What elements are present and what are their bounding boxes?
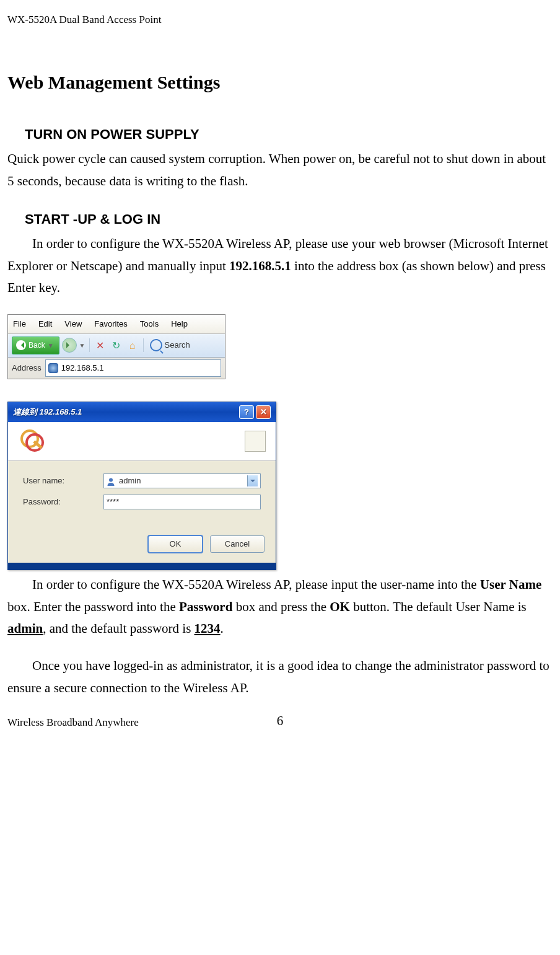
server-icon bbox=[245, 431, 266, 452]
section2-heading: START -UP & LOG IN bbox=[25, 208, 553, 231]
page-header: WX-5520A Dual Band Access Point bbox=[7, 11, 553, 29]
refresh-icon[interactable]: ↻ bbox=[110, 338, 123, 352]
help-button[interactable]: ? bbox=[239, 405, 254, 419]
address-bar: Address 192.168.5.1 bbox=[8, 358, 225, 379]
browser-menubar: File Edit View Favorites Tools Help bbox=[8, 315, 225, 334]
t11: . bbox=[221, 621, 224, 636]
section2-text: In order to configure the WX-5520A Wirel… bbox=[7, 233, 553, 299]
t2: User Name bbox=[480, 577, 541, 592]
t7: button. The default User Name is bbox=[350, 599, 527, 614]
paragraph-admin-note: Once you have logged-in as administrator… bbox=[7, 655, 553, 699]
page-number: 6 bbox=[277, 710, 284, 733]
address-value: 192.168.5.1 bbox=[61, 361, 104, 375]
search-button[interactable]: Search bbox=[147, 337, 193, 353]
menu-tools[interactable]: Tools bbox=[140, 317, 159, 331]
login-dialog: 連線到 192.168.5.1 ? ✕ User name: admin bbox=[7, 402, 276, 570]
password-input[interactable]: **** bbox=[103, 495, 261, 509]
username-value: admin bbox=[119, 474, 141, 488]
menu-edit[interactable]: Edit bbox=[38, 317, 52, 331]
search-label: Search bbox=[165, 338, 190, 352]
browser-screenshot: File Edit View Favorites Tools Help Back… bbox=[7, 314, 225, 379]
t10: 1234 bbox=[195, 621, 221, 636]
t9: , and the default password is bbox=[43, 621, 194, 636]
browser-toolbar: Back ▼ ▼ ✕ ↻ ⌂ Search bbox=[8, 334, 225, 357]
address-label: Address bbox=[12, 361, 42, 375]
cancel-button[interactable]: Cancel bbox=[210, 535, 265, 553]
t1: In order to configure the WX-5520A Wirel… bbox=[32, 577, 480, 592]
paragraph-after-login: In order to configure the WX-5520A Wirel… bbox=[7, 574, 553, 640]
t3: box. Enter the password into the bbox=[7, 599, 179, 614]
section1-text: Quick power cycle can caused system corr… bbox=[7, 148, 553, 192]
forward-button[interactable] bbox=[62, 338, 77, 353]
menu-favorites[interactable]: Favorites bbox=[94, 317, 127, 331]
back-dropdown-icon: ▼ bbox=[48, 340, 54, 351]
t4: Password bbox=[179, 599, 232, 614]
dialog-titlebar: 連線到 192.168.5.1 ? ✕ bbox=[8, 402, 276, 422]
username-input[interactable]: admin bbox=[103, 473, 261, 488]
close-button[interactable]: ✕ bbox=[256, 405, 271, 419]
ie-page-icon bbox=[48, 363, 58, 373]
password-label: Password: bbox=[23, 495, 103, 509]
page-title: Web Management Settings bbox=[7, 66, 553, 98]
section1-heading: TURN ON POWER SUPPLY bbox=[25, 123, 553, 146]
stop-icon[interactable]: ✕ bbox=[94, 338, 107, 352]
search-icon bbox=[150, 339, 162, 351]
back-label: Back bbox=[28, 339, 45, 351]
password-value: **** bbox=[107, 495, 119, 509]
ok-button[interactable]: OK bbox=[148, 535, 203, 553]
menu-help[interactable]: Help bbox=[171, 317, 188, 331]
back-arrow-icon bbox=[16, 340, 26, 350]
menu-file[interactable]: File bbox=[13, 317, 26, 331]
keys-icon bbox=[20, 428, 46, 454]
username-label: User name: bbox=[23, 474, 103, 488]
t8: admin bbox=[7, 621, 43, 636]
dialog-title: 連線到 192.168.5.1 bbox=[13, 405, 82, 419]
dialog-banner bbox=[8, 422, 276, 461]
page-footer: Wireless Broadband Anywhere 6 bbox=[7, 714, 553, 732]
dialog-bottom-border bbox=[8, 563, 276, 570]
section2-ip: 192.168.5.1 bbox=[229, 258, 291, 273]
forward-dropdown-icon: ▼ bbox=[79, 340, 85, 351]
dropdown-icon[interactable] bbox=[247, 475, 258, 486]
user-icon bbox=[107, 477, 115, 485]
back-button[interactable]: Back ▼ bbox=[12, 337, 59, 354]
address-input[interactable]: 192.168.5.1 bbox=[45, 359, 221, 377]
separator bbox=[89, 338, 90, 352]
t5: box and press the bbox=[232, 599, 330, 614]
separator bbox=[143, 338, 144, 352]
home-icon[interactable]: ⌂ bbox=[126, 338, 139, 352]
t6: OK bbox=[330, 599, 350, 614]
menu-view[interactable]: View bbox=[64, 317, 82, 331]
svg-point-0 bbox=[109, 478, 113, 482]
footer-left: Wireless Broadband Anywhere bbox=[7, 714, 139, 732]
